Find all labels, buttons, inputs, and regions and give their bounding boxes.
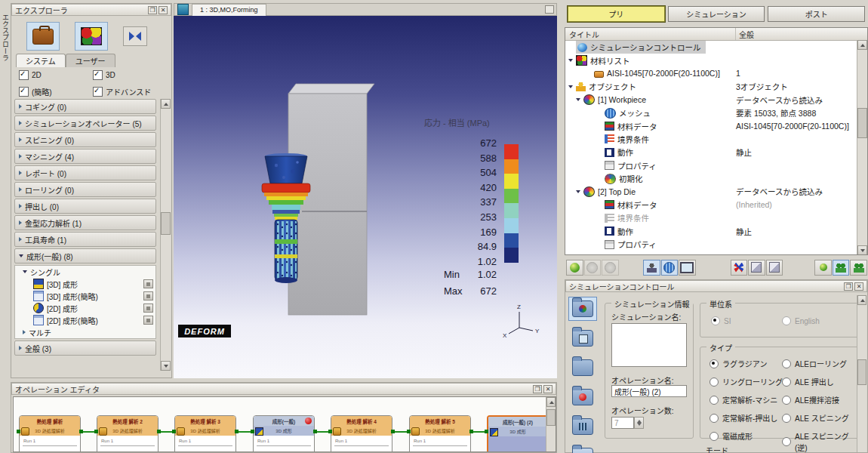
cube-shaded-button[interactable] (766, 260, 783, 276)
scroll-up-icon[interactable] (161, 99, 171, 109)
tab-pre[interactable]: プリ (568, 6, 665, 22)
tab-user[interactable]: ユーザー (66, 54, 115, 67)
sim-screen-button[interactable] (568, 326, 597, 350)
checkbox-simple[interactable] (19, 87, 29, 97)
explorer-scrollbar[interactable] (160, 99, 171, 371)
section-machining[interactable]: マシニング (4) (14, 149, 156, 164)
checkbox-3d[interactable] (93, 70, 103, 80)
sim-grid-button[interactable] (568, 414, 597, 439)
op-node-3[interactable]: 熱処理 解析 3 3D 熱処理解析 Run 1 (174, 415, 236, 452)
op-editor-float-icon[interactable]: ❐ (533, 385, 542, 393)
op-node-4-forming[interactable]: 成形(一般) 3D 成形 Run 1 (253, 415, 315, 452)
op-editor-scrollbar[interactable] (546, 397, 556, 451)
display-button[interactable] (679, 260, 696, 276)
scroll-down-icon[interactable] (857, 245, 867, 255)
compress-button[interactable] (123, 26, 147, 46)
sim-curve-button[interactable] (568, 444, 597, 453)
section-forming-general[interactable]: 成形(一般) (8) (14, 248, 156, 263)
radio-ale-spinning-rev[interactable]: ALE スピニング(逆) (782, 430, 859, 453)
tree-row-material-data[interactable]: 材料データ AISI-1045[70-2000F(20-1100C)] (565, 119, 867, 132)
op-node-7-forming-selected[interactable]: 成形(一般) (2) 3D 成形 Run 1 (487, 415, 549, 452)
sim-control-scrollbar[interactable] (857, 295, 866, 452)
history-forward-button[interactable] (602, 260, 619, 276)
tab-post[interactable]: ポスト (768, 6, 865, 22)
tree-row-topdie-material-data[interactable]: 材料データ (Inherited) (565, 199, 867, 211)
radio-si[interactable]: SI (711, 316, 731, 325)
subtree-single[interactable]: シングル (15, 266, 155, 278)
subtree-multi[interactable]: マルチ (15, 326, 155, 338)
item-options-button[interactable] (143, 304, 153, 313)
sim-info-button[interactable] (568, 297, 597, 321)
radio-ale-fsw[interactable]: ALE攪拌溶接 (782, 394, 859, 405)
tree-row-material[interactable]: AISI-1045[70-2000F(20-1100C)] 1 (565, 67, 867, 80)
section-rolling[interactable]: ローリング (0) (14, 182, 156, 197)
item-options-button[interactable] (143, 279, 153, 288)
section-extrusion[interactable]: 押出し (0) (14, 199, 156, 214)
radio-ale-rolling[interactable]: ALEローリング (782, 358, 859, 369)
sim-control-float-icon[interactable]: ❐ (844, 282, 853, 291)
collapse-icon[interactable] (568, 59, 573, 62)
tree-row-topdie-movement[interactable]: 動作 静止 (565, 224, 867, 237)
column-title[interactable]: タイトル (565, 28, 736, 40)
tree-row-boundary[interactable]: 境界条件 (565, 133, 867, 146)
select-object-button[interactable] (643, 260, 660, 276)
scroll-up-icon[interactable] (857, 295, 866, 305)
scroll-up-icon[interactable] (546, 397, 556, 407)
tree-row-simulation-controls[interactable]: シミュレーションコントロール (565, 41, 867, 54)
op-editor-close-icon[interactable]: ✕ (543, 385, 553, 393)
collapse-icon[interactable] (576, 98, 580, 101)
item-2d-forming-simple[interactable]: [2D] 成形(簡略) (15, 314, 155, 326)
op-node-2[interactable]: 熱処理 解析 2 3D 熱処理解析 Run 1 (97, 415, 159, 452)
item-options-button[interactable] (143, 316, 153, 325)
radio-english[interactable]: English (782, 316, 820, 325)
collapse-icon[interactable] (568, 85, 573, 88)
explorer-close-icon[interactable]: ✕ (159, 6, 168, 14)
item-2d-forming[interactable]: [2D] 成形 (15, 302, 155, 314)
section-general[interactable]: 全般 (3) (14, 341, 156, 356)
tree-row-workpiece[interactable]: [1] Workpiece データベースから読込み (565, 94, 867, 106)
column-general[interactable]: 全般 (736, 28, 867, 40)
tree-row-material-list[interactable]: 材料リスト (565, 54, 867, 66)
explorer-rail-tab[interactable]: エクスプローラ (1, 14, 11, 61)
add-object-button[interactable] (566, 260, 583, 276)
radio-lagrangian[interactable]: ラグラジアン (709, 358, 783, 369)
material-library-button[interactable] (75, 22, 108, 51)
radio-electromagnetic[interactable]: 電磁成形 (709, 430, 783, 442)
section-die-stress[interactable]: 金型応力解析 (1) (14, 215, 156, 230)
filter-3d[interactable]: 3D (93, 70, 167, 80)
checkbox-2d[interactable] (19, 70, 29, 80)
sim-control-close-icon[interactable]: ✕ (854, 282, 863, 291)
scroll-up-icon[interactable] (857, 40, 867, 50)
filter-advanced[interactable]: アドバンスド (93, 86, 167, 97)
viewport-icon[interactable] (177, 4, 189, 15)
scroll-down-icon[interactable] (161, 361, 171, 371)
tree-scrollbar[interactable] (857, 40, 867, 255)
radio-ale-extrusion[interactable]: ALE 押出し (782, 376, 859, 387)
cube-view-button[interactable] (748, 260, 765, 276)
filter-2d[interactable]: 2D (19, 70, 93, 80)
radio-steady-machining[interactable]: 定常解析-マシニ (709, 394, 783, 405)
item-3d-forming[interactable]: [3D] 成形 (15, 278, 155, 290)
tree-row-topdie-boundary[interactable]: 境界条件 (565, 211, 867, 224)
viewport-3d-scene[interactable]: Z Y X 応力 - 相当 (MPa) 672 588 504 420 337 … (174, 16, 557, 378)
tree-row-mesh[interactable]: メッシュ 要素 15033, 節点 3888 (565, 106, 867, 119)
explorer-float-icon[interactable]: ❐ (148, 6, 157, 14)
op-node-1[interactable]: 熱処理 解析 3D 熱処理解析 Run 1 (19, 415, 81, 452)
viewport-menu-icon[interactable] (545, 5, 554, 14)
item-3d-forming-simple[interactable]: [3D] 成形(簡略) (15, 290, 155, 302)
section-simulation-operator[interactable]: シミュレーションオペレーター (5) (14, 116, 156, 131)
operation-flow-canvas[interactable]: 熱処理 解析 3D 熱処理解析 Run 1 熱処理 解析 2 3D 熱処理解析 … (13, 396, 556, 452)
viewport-tab[interactable]: 1 : 3D,MO,Forming (192, 4, 266, 16)
item-options-button[interactable] (143, 291, 153, 300)
section-spinning[interactable]: スピニング (0) (14, 132, 156, 147)
tab-system[interactable]: システム (16, 54, 66, 67)
op-name-field[interactable]: 成形(一般) (2) (611, 385, 687, 397)
sim-folder-button[interactable] (568, 356, 597, 380)
tree-row-initialize[interactable]: 初期化 (565, 172, 867, 185)
radio-ring-rolling[interactable]: リングローリング (709, 376, 783, 387)
radio-steady-extrusion[interactable]: 定常解析-押出し (709, 412, 783, 424)
collapse-icon[interactable] (576, 190, 580, 193)
tree-row-objects[interactable]: オブジェクト 3オブジェクト (565, 80, 867, 93)
tree-row-topdie[interactable]: [2] Top Die データベースから読込み (565, 185, 867, 198)
op-node-5[interactable]: 熱処理 解析 4 3D 熱処理解析 Run 1 (331, 415, 392, 452)
